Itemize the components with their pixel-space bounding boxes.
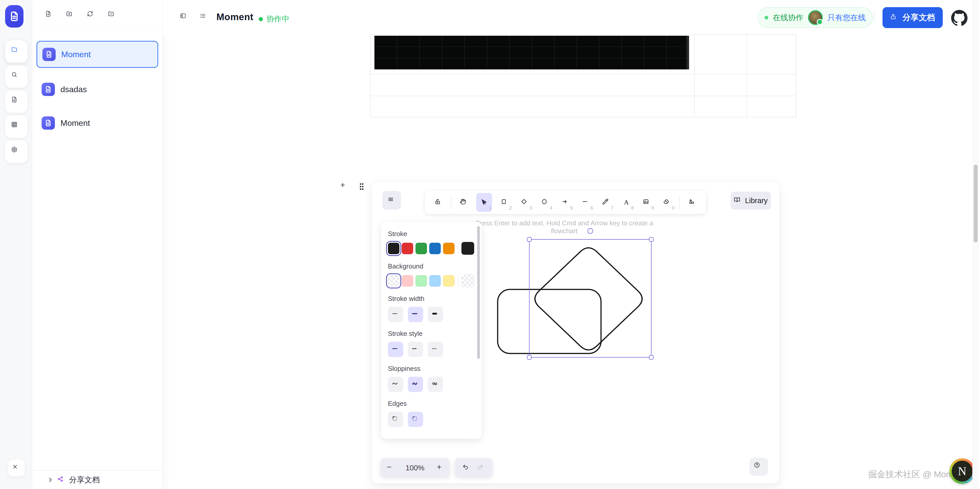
stroke-color-swatch-#f08c00[interactable]: [443, 243, 455, 254]
tool-shortcut: 7: [611, 205, 614, 211]
redo-button[interactable]: [477, 464, 485, 471]
tool-text[interactable]: A8: [618, 193, 634, 212]
tool-rectangle[interactable]: 2: [496, 193, 512, 212]
tool-line[interactable]: 6: [578, 193, 593, 212]
tool-ellipse[interactable]: 4: [537, 193, 553, 212]
sidebar-item-moment-0[interactable]: Moment: [37, 41, 158, 68]
sidebar-share-label: 分享文档: [69, 475, 100, 485]
sloppiness-option-architect[interactable]: [388, 377, 403, 392]
n-avatar-badge[interactable]: N: [950, 459, 975, 484]
stroke_width-option-thin[interactable]: [388, 307, 403, 322]
tool-cursor[interactable]: 1: [476, 193, 492, 212]
app-logo[interactable]: [5, 5, 24, 27]
background-color-swatch-#a5d8ff[interactable]: [429, 275, 441, 287]
rail-item-file-text[interactable]: [5, 90, 27, 113]
stroke-color-swatch-#e03131[interactable]: [402, 243, 413, 254]
panel-scrollbar[interactable]: [477, 226, 480, 359]
tool-image[interactable]: 9: [639, 193, 655, 212]
stroke-width-options: [388, 307, 475, 322]
eraser-icon: [663, 199, 671, 206]
tool-hand[interactable]: [456, 193, 472, 212]
zoom-out-button[interactable]: [386, 464, 394, 471]
rail-item-search[interactable]: [5, 65, 27, 88]
stroke_width-option-extrabold[interactable]: [428, 307, 443, 322]
canvas-menu-button[interactable]: [382, 191, 401, 210]
resize-handle[interactable]: [649, 355, 654, 360]
library-button[interactable]: Library: [731, 192, 771, 210]
table-border: [370, 34, 796, 35]
sidebar-tool-folder-plus[interactable]: [62, 6, 80, 24]
folder-plus-icon: [66, 11, 75, 20]
app-logo-document-icon: [9, 11, 20, 22]
canvas-rounded-rectangle[interactable]: [498, 290, 601, 354]
sidebar-tool-sync[interactable]: [83, 6, 101, 24]
stroke-color-swatch-#1e1e1e[interactable]: [388, 243, 399, 254]
stroke_style-option-dotted[interactable]: [428, 342, 443, 357]
resize-handle[interactable]: [527, 355, 531, 360]
tool-lock-open[interactable]: [431, 193, 446, 212]
help-button[interactable]: [749, 458, 768, 476]
background-color-swatch-transparent[interactable]: [388, 275, 399, 287]
document-icon: [41, 116, 55, 130]
page-scrollbar-thumb[interactable]: [974, 165, 978, 242]
tool-shortcut: 6: [590, 205, 593, 211]
github-link[interactable]: [951, 10, 967, 26]
avatar[interactable]: [808, 10, 823, 25]
tool-diamond[interactable]: 3: [517, 193, 533, 212]
stroke_width-option-bold[interactable]: [408, 307, 423, 322]
background-current-color[interactable]: [461, 274, 474, 287]
zoom-in-button[interactable]: [436, 464, 444, 471]
background-color-swatch-#b2f2bb[interactable]: [415, 275, 427, 287]
stroke_style-option-dashed[interactable]: [408, 342, 423, 357]
background-color-swatch-#ffc9c9[interactable]: [402, 275, 413, 287]
sloppiness-option-cartoonist[interactable]: [428, 377, 443, 392]
edges-option-round[interactable]: [408, 412, 423, 427]
tool-shapes[interactable]: [684, 193, 700, 212]
outline-list-icon[interactable]: [200, 13, 209, 22]
stroke-current-color[interactable]: [461, 242, 474, 255]
resize-handle[interactable]: [649, 237, 654, 242]
tool-shortcut: 3: [530, 205, 532, 211]
stroke-color-swatch-#2f9e44[interactable]: [415, 243, 427, 254]
background-color-swatch-#ffec99[interactable]: [443, 275, 455, 287]
rail-item-folder[interactable]: [5, 40, 27, 63]
table-border: [694, 34, 695, 118]
stroke-swatch-row: [388, 242, 475, 255]
tool-arrow[interactable]: 5: [557, 193, 573, 212]
drag-handle[interactable]: [356, 182, 367, 192]
stroke-color-swatch-#1971c2[interactable]: [429, 243, 441, 254]
presence-dot: [765, 16, 768, 19]
swatch-divider: [458, 243, 458, 254]
rail-item-gear[interactable]: [5, 140, 27, 163]
sidebar-tool-file-plus[interactable]: [41, 6, 59, 24]
sidebar-share-row[interactable]: 分享文档: [32, 470, 162, 489]
sidebar-item-dsadas-1[interactable]: dsadas: [37, 77, 158, 102]
sloppiness-option-artist[interactable]: [408, 377, 423, 392]
presence-pill[interactable]: 在线协作 只有您在线: [757, 7, 873, 28]
cursor-icon: [480, 199, 488, 206]
sidebar-item-moment-2[interactable]: Moment: [37, 111, 158, 135]
resize-handle[interactable]: [527, 237, 531, 242]
add-block-button[interactable]: [339, 182, 349, 192]
tool-pencil[interactable]: 7: [598, 193, 614, 212]
canvas-diamond[interactable]: [535, 248, 642, 350]
status-text: 协作中: [266, 14, 290, 24]
pencil-icon: [602, 199, 610, 206]
rail-item-grid[interactable]: [5, 115, 27, 138]
document-label: Moment: [60, 118, 90, 128]
collapse-panel-icon[interactable]: [180, 13, 189, 22]
share-document-button[interactable]: 分享文档: [883, 7, 943, 28]
stroke_style-option-solid[interactable]: [388, 342, 403, 357]
undo-button[interactable]: [463, 464, 470, 471]
shapes-icon: [689, 199, 696, 206]
line-icon: [582, 199, 590, 206]
rotate-handle[interactable]: [587, 228, 593, 234]
sidebar-tool-folder-minus[interactable]: [103, 6, 122, 24]
zoom-level[interactable]: 100%: [406, 464, 425, 472]
edges-option-sharp[interactable]: [388, 412, 403, 427]
sidebar: MomentdsadasMoment 分享文档: [32, 0, 162, 489]
embedded-dark-image[interactable]: [374, 36, 689, 69]
tool-eraser[interactable]: 0: [659, 193, 675, 212]
table-border: [796, 34, 796, 118]
close-sidebar-button[interactable]: [8, 459, 25, 477]
